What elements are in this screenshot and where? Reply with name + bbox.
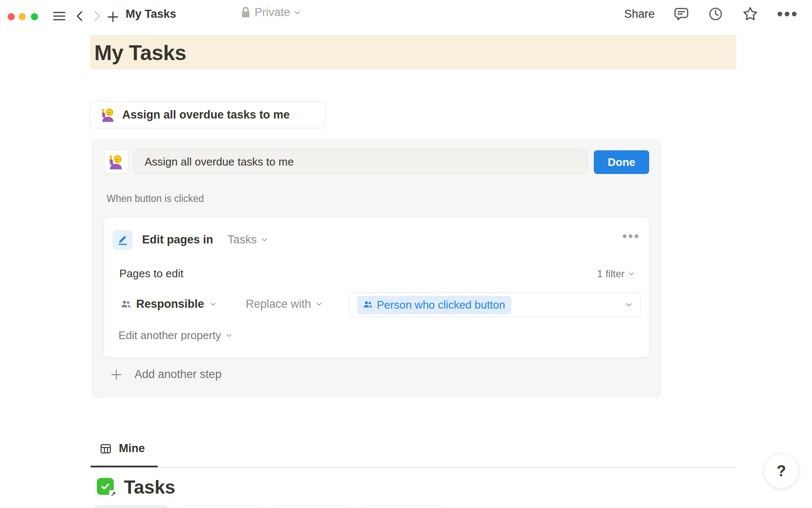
done-button[interactable]: Done (594, 150, 649, 174)
person-chip-label: Person who clicked button (377, 298, 505, 312)
edit-pages-icon (112, 230, 132, 250)
forward-icon[interactable] (91, 10, 102, 22)
add-another-step-label: Add another step (134, 368, 222, 381)
filter-pill[interactable] (92, 505, 170, 508)
active-tab-underline (91, 466, 158, 467)
button-name-input[interactable] (133, 149, 587, 174)
chevron-down-icon (628, 271, 635, 277)
button-editor-panel: Done When button is clicked Edit pages i… (92, 140, 661, 397)
chevron-down-icon (625, 301, 633, 309)
filter-select-value: 1 filter (597, 268, 625, 280)
checkmark-emoji: ↗ (97, 478, 115, 497)
breadcrumb-page-title[interactable]: My Tasks (126, 8, 176, 21)
add-another-step-button[interactable]: Add another step (110, 368, 222, 381)
table-view-icon (99, 442, 112, 455)
person-chip[interactable]: Person who clicked button (357, 296, 511, 314)
step-action-label: Edit pages in (142, 233, 213, 246)
filter-pill[interactable] (271, 505, 351, 508)
assign-tasks-button[interactable]: Assign all overdue tasks to me (90, 101, 326, 128)
favorite-star-icon[interactable] (742, 6, 759, 22)
filter-pill[interactable] (182, 505, 263, 508)
view-tab-label: Mine (119, 442, 145, 455)
lock-icon (240, 6, 251, 19)
chevron-down-icon (294, 9, 301, 17)
assign-tasks-button-label: Assign all overdue tasks to me (122, 108, 290, 121)
chevron-down-icon (261, 236, 268, 243)
view-tab-mine[interactable]: Mine (99, 442, 145, 455)
window-minimize-button[interactable] (19, 13, 26, 20)
edit-pages-step-card: Edit pages in Tasks Pages to edit 1 filt… (104, 217, 650, 358)
updates-clock-icon[interactable] (708, 6, 723, 22)
woman-raising-hand-emoji (109, 154, 124, 169)
database-select-value: Tasks (228, 233, 257, 246)
people-icon (121, 299, 131, 309)
tab-divider (91, 467, 736, 468)
share-button[interactable]: Share (624, 8, 655, 21)
sidebar-menu-icon[interactable] (53, 11, 66, 21)
privacy-label: Private (255, 6, 290, 19)
chevron-down-icon (225, 332, 233, 339)
comments-icon[interactable] (673, 6, 689, 22)
linked-database-arrow-icon: ↗ (109, 490, 117, 498)
more-options-icon[interactable] (777, 11, 797, 17)
filter-select[interactable]: 1 filter (597, 268, 635, 280)
chevron-down-icon (315, 301, 323, 308)
people-icon (363, 300, 373, 309)
window-zoom-button[interactable] (31, 13, 38, 20)
database-title[interactable]: Tasks (124, 477, 176, 498)
page-title: My Tasks (94, 41, 736, 65)
button-emoji-picker[interactable] (104, 149, 129, 174)
topbar-actions: Share (624, 0, 797, 28)
filter-pill[interactable] (360, 505, 444, 508)
step-more-options-icon[interactable] (623, 234, 639, 238)
woman-raising-hand-emoji (101, 108, 115, 122)
plus-icon (110, 368, 123, 381)
database-heading: ↗ Tasks (97, 477, 176, 498)
help-button[interactable]: ? (764, 453, 799, 489)
chevron-down-icon (209, 301, 217, 308)
add-property-label: Edit another property (118, 329, 221, 342)
database-select[interactable]: Tasks (228, 233, 268, 246)
assignee-value-dropdown[interactable]: Person who clicked button (349, 293, 641, 317)
window-topbar: My Tasks Private Share (0, 0, 812, 28)
window-close-button[interactable] (8, 13, 15, 20)
new-page-icon[interactable] (107, 11, 119, 23)
add-property-dropdown[interactable]: Edit another property (118, 329, 233, 342)
back-icon[interactable] (74, 10, 85, 22)
operator-select-value: Replace with (246, 298, 311, 311)
pages-to-edit-label: Pages to edit (119, 267, 184, 280)
trigger-label: When button is clicked (107, 193, 204, 204)
privacy-dropdown[interactable]: Private (240, 6, 301, 19)
operator-select[interactable]: Replace with (246, 298, 323, 311)
property-select-value: Responsible (136, 298, 204, 311)
page-title-banner: My Tasks (90, 35, 736, 69)
property-select[interactable]: Responsible (121, 298, 217, 311)
